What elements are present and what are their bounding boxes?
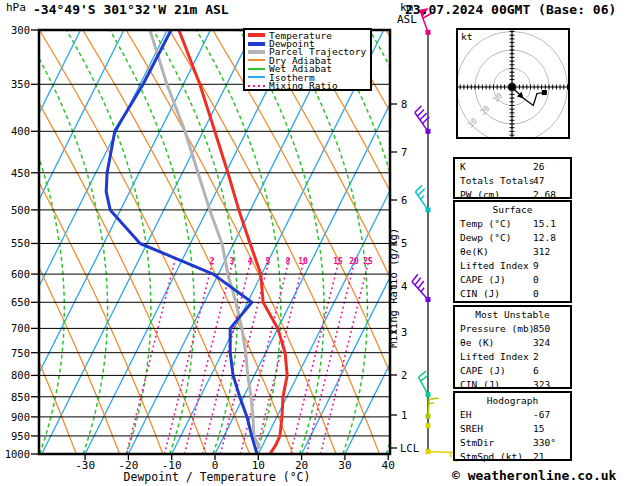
pressure-tick-label: 500 [2,205,30,215]
panel-row: Totals Totals47 [455,174,570,188]
pressure-tick-label: 650 [2,297,30,307]
altitude-tick-label: 3 [401,327,407,337]
pressure-tick-label: 350 [2,79,30,89]
mixing-ratio-value-label: 8 [280,257,296,266]
panel-row-value: -67 [533,408,550,422]
pressure-tick-label: 900 [2,412,30,422]
panel-row-value: 21 [533,450,544,464]
panel-row: Lifted Index2 [455,350,570,364]
legend-label: Mixing Ratio [269,81,338,90]
panel-row-label: EH [460,409,471,420]
panel-row: EH-67 [455,408,570,422]
station-title: -34°49'S 301°32'W 21m ASL [33,3,229,16]
legend-swatch-isotherm [248,76,265,78]
mixing-ratio-value-label: 4 [242,257,258,266]
pressure-tick-label: 600 [2,269,30,279]
panel-row-label: PW (cm) [460,189,500,200]
panel-hodograph: HodographEH-67SREH15StmDir330°StmSpd (kt… [453,391,572,461]
pressure-tick-label: 950 [2,431,30,441]
panel-row-label: Dewp (°C) [460,232,511,243]
panel-row-label: SREH [460,423,483,434]
mixing-ratio-value-label: 15 [330,257,346,266]
pressure-tick-label: 550 [2,238,30,248]
temperature-tick-label: 40 [371,460,405,471]
panel-row: Temp (°C)15.1 [455,217,570,231]
altitude-axis-ref: ASL [397,14,417,25]
altitude-tick-label: 6 [401,195,407,205]
panel-row-value: 15.1 [533,217,556,231]
panel-row-label: CAPE (J) [460,274,506,285]
mixing-ratio-value-label: 2 [204,257,220,266]
panel-most-unstable: Most UnstablePressure (mb)850θe (K)324Li… [453,305,572,389]
panel-row: θe (K)324 [455,336,570,350]
panel-row: Lifted Index9 [455,259,570,273]
panel-row: CIN (J)323 [455,378,570,392]
panel-row-value: 2 [533,350,539,364]
pressure-tick-label: 750 [2,348,30,358]
panel-row: CAPE (J)6 [455,364,570,378]
panel-row-label: Pressure (mb) [460,323,534,334]
panel-row-value: 47 [533,174,544,188]
panel-row-value: 330° [533,436,556,450]
legend-swatch-temperature [248,33,265,37]
mixing-ratio-value-label: 10 [295,257,311,266]
panel-row-value: 26 [533,160,544,174]
panel-row-value: 312 [533,245,550,259]
legend-swatch-dry-adiabat [248,59,265,61]
panel-row-label: Lifted Index [460,260,529,271]
panel-row: K26 [455,160,570,174]
mixing-ratio-value-label: 25 [360,257,376,266]
panel-title: Hodograph [455,394,570,408]
legend-swatch-dewpoint [248,42,265,46]
panel-row: CAPE (J)0 [455,273,570,287]
legend-row: Mixing Ratio [245,81,370,89]
legend-swatch-parcel-trajectory [248,50,265,54]
altitude-axis-unit: km [400,2,413,13]
altitude-tick-label: 2 [401,370,407,380]
panel-row-value: 0 [533,287,539,301]
panel-row-label: θe (K) [460,337,494,348]
panel-row-value: 0 [533,273,539,287]
panel-row-value: 9 [533,259,539,273]
hodograph-unit-label: kt [461,32,472,42]
panel-row-value: 850 [533,322,550,336]
panel-row: CIN (J)0 [455,287,570,301]
altitude-tick-label: 4 [401,281,407,291]
pressure-axis-unit: hPa [6,2,26,13]
credit-footer: © weatheronline.co.uk [452,469,616,482]
panel-row-value: 6 [533,364,539,378]
legend-swatch-mixing-ratio [248,85,265,87]
panel-row: StmDir330° [455,436,570,450]
legend-swatch-wet-adiabat [248,68,265,70]
pressure-tick-label: 800 [2,370,30,380]
panel-row: Dewp (°C)12.8 [455,231,570,245]
panel-row-value: 324 [533,336,550,350]
panel-row-label: CIN (J) [460,288,500,299]
panel-row: SREH15 [455,422,570,436]
hodograph-box: kt [456,28,570,139]
pressure-tick-label: 850 [2,392,30,402]
panel-row: θe(K)312 [455,245,570,259]
panel-row-label: CIN (J) [460,379,500,390]
panel-row: StmSpd (kt)21 [455,450,570,464]
panel-row: Pressure (mb)850 [455,322,570,336]
panel-title: Most Unstable [455,308,570,322]
mixing-ratio-value-label: 3 [224,257,240,266]
pressure-tick-label: 400 [2,126,30,136]
mixing-ratio-axis-title: Mixing Ratio (g/kg) [388,228,399,348]
panel-row-label: K [460,161,466,172]
altitude-tick-label: 5 [401,238,407,248]
panel-row-value: 323 [533,378,550,392]
panel-row-label: Temp (°C) [460,218,511,229]
pressure-tick-label: 300 [2,25,30,35]
altitude-tick-label: 7 [401,147,407,157]
skewt-sounding-page: 102030 hPa -34°49'S 301°32'W 21m ASL 23.… [0,0,629,486]
temperature-tick-label: -30 [68,460,102,471]
panel-row-label: StmDir [460,437,494,448]
x-axis-title: Dewpoint / Temperature (°C) [92,472,342,484]
legend: TemperatureDewpointParcel TrajectoryDry … [243,28,372,91]
pressure-tick-label: 450 [2,168,30,178]
panel-row-label: Totals Totals [460,175,534,186]
panel-row-value: 15 [533,422,544,436]
altitude-tick-label: 8 [401,99,407,109]
